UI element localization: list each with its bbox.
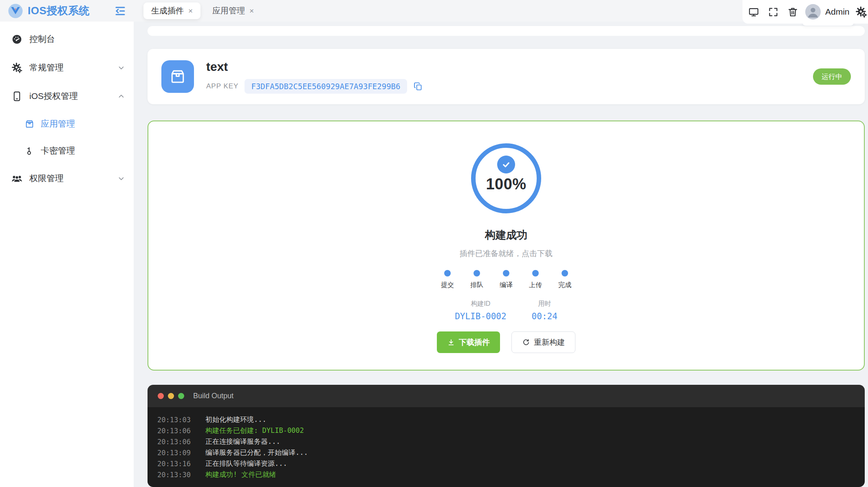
log-line: 20:13:06 构建任务已创建: DYLIB-0002 — [157, 425, 855, 436]
close-icon[interactable]: × — [188, 7, 193, 15]
progress-ring: 100% — [471, 143, 541, 213]
close-icon[interactable]: × — [249, 7, 254, 15]
scrolled-card-edge — [148, 26, 865, 36]
app-info-card: text APP KEY F3DFA5DB2C5EE560929AE7A93FE… — [148, 49, 865, 104]
sidebar-item-label: iOS授权管理 — [29, 90, 78, 102]
sidebar-item-dashboard[interactable]: 控制台 — [0, 25, 134, 53]
refresh-icon — [522, 338, 530, 347]
log-line: 20:13:09 编译服务器已分配，开始编译... — [157, 447, 855, 458]
package-icon — [24, 119, 35, 129]
log-timestamp: 20:13:06 — [157, 427, 198, 435]
terminal-log: 20:13:03 初始化构建环境... 20:13:06 构建任务已创建: DY… — [148, 407, 865, 487]
terminal-title: Build Output — [193, 392, 234, 400]
duration-value: 00:24 — [532, 312, 557, 321]
step-dot — [474, 270, 480, 276]
sidebar-item-label: 权限管理 — [29, 173, 64, 184]
monitor-icon[interactable] — [748, 7, 759, 18]
log-message: 正在连接编译服务器... — [205, 437, 280, 446]
sidebar-item-general-management[interactable]: 常规管理 — [0, 53, 134, 82]
step-queue: 排队 — [462, 270, 491, 290]
app-key-row: APP KEY F3DFA5DB2C5EE560929AE7A93FE299B6 — [206, 79, 423, 94]
tab-generate-plugin[interactable]: 生成插件 × — [143, 2, 200, 19]
step-complete: 完成 — [550, 270, 579, 290]
trash-icon[interactable] — [787, 7, 798, 18]
build-status-subtitle: 插件已准备就绪，点击下载 — [460, 248, 553, 259]
users-icon — [11, 173, 22, 184]
status-badge: 运行中 — [813, 68, 851, 85]
download-plugin-button[interactable]: 下载插件 — [437, 331, 500, 353]
duration-label: 用时 — [532, 300, 557, 308]
sidebar-item-label: 控制台 — [29, 33, 55, 45]
sidebar-item-ios-auth-management[interactable]: iOS授权管理 — [0, 82, 134, 110]
tab-bar: 生成插件 × 应用管理 × — [143, 0, 262, 22]
step-submit: 提交 — [433, 270, 462, 290]
tab-label: 生成插件 — [151, 5, 184, 16]
log-timestamp: 20:13:16 — [157, 460, 198, 468]
user-name[interactable]: Admin — [825, 7, 850, 17]
log-message: 正在排队等待编译资源... — [205, 459, 287, 468]
app-key-label: APP KEY — [206, 82, 238, 90]
build-steps: 提交 排队 编译 上传 完成 — [433, 270, 579, 290]
rebuild-button[interactable]: 重新构建 — [511, 331, 575, 353]
log-timestamp: 20:13:09 — [157, 449, 198, 457]
chevron-down-icon — [118, 175, 125, 182]
step-dot — [444, 270, 451, 276]
copy-icon[interactable] — [413, 81, 423, 91]
app-name: text — [206, 60, 423, 74]
collapse-sidebar-icon[interactable] — [114, 5, 126, 17]
sidebar-item-app-management[interactable]: 应用管理 — [0, 110, 134, 137]
log-line: 20:13:30 构建成功! 文件已就绪 — [157, 469, 855, 480]
log-line: 20:13:06 正在连接编译服务器... — [157, 436, 855, 447]
app-info: text APP KEY F3DFA5DB2C5EE560929AE7A93FE… — [206, 60, 423, 94]
build-id-label: 构建ID — [455, 300, 506, 308]
tab-app-management[interactable]: 应用管理 × — [205, 2, 262, 19]
dashboard-icon — [11, 34, 22, 45]
build-id-group: 构建ID DYLIB-0002 — [455, 300, 506, 321]
traffic-light-red-icon — [158, 393, 164, 399]
sidebar-menu: 控制台 — [0, 22, 134, 193]
log-timestamp: 20:13:30 — [157, 471, 198, 479]
chevron-down-icon — [118, 64, 125, 71]
tab-label: 应用管理 — [212, 5, 245, 16]
header-actions: Admin — [742, 0, 868, 24]
log-timestamp: 20:13:03 — [157, 416, 198, 424]
app-package-icon — [161, 60, 194, 93]
build-info: 构建ID DYLIB-0002 用时 00:24 — [455, 300, 557, 321]
traffic-light-green-icon — [178, 393, 184, 399]
step-dot — [503, 270, 509, 276]
fullscreen-icon[interactable] — [768, 7, 779, 18]
build-actions: 下载插件 重新构建 — [437, 331, 575, 353]
download-icon — [447, 338, 455, 347]
sidebar: IOS授权系统 控制台 — [0, 0, 134, 487]
sidebar-item-permission-management[interactable]: 权限管理 — [0, 164, 134, 193]
progress-percent: 100% — [486, 175, 526, 193]
key-icon — [24, 146, 35, 156]
log-line: 20:13:03 初始化构建环境... — [157, 414, 855, 425]
check-icon — [497, 156, 515, 173]
sidebar-header: IOS授权系统 — [0, 0, 134, 22]
sidebar-item-label: 常规管理 — [29, 62, 64, 73]
traffic-light-yellow-icon — [168, 393, 174, 399]
avatar[interactable] — [805, 4, 821, 20]
log-line: 20:13:16 正在排队等待编译资源... — [157, 458, 855, 469]
step-upload: 上传 — [521, 270, 550, 290]
gears-icon — [11, 62, 22, 73]
app-window: IOS授权系统 控制台 — [0, 0, 868, 487]
app-logo-icon — [7, 3, 24, 19]
build-output-terminal: Build Output 20:13:03 初始化构建环境... 20:13:0… — [148, 385, 865, 487]
settings-gear-icon[interactable] — [855, 6, 867, 18]
log-message: 构建成功! 文件已就绪 — [205, 470, 276, 479]
tablet-icon — [11, 91, 22, 102]
sidebar-item-card-key-management[interactable]: 卡密管理 — [0, 137, 134, 164]
step-compile: 编译 — [491, 270, 521, 290]
log-message: 编译服务器已分配，开始编译... — [205, 448, 308, 457]
chevron-up-icon — [118, 93, 125, 100]
app-title: IOS授权系统 — [28, 4, 114, 18]
sidebar-item-label: 应用管理 — [41, 118, 75, 129]
step-dot — [532, 270, 539, 276]
duration-group: 用时 00:24 — [532, 300, 557, 321]
sidebar-item-label: 卡密管理 — [41, 145, 75, 156]
app-key-value: F3DFA5DB2C5EE560929AE7A93FE299B6 — [245, 79, 407, 94]
build-id-value: DYLIB-0002 — [455, 312, 506, 321]
log-message: 构建任务已创建: DYLIB-0002 — [205, 426, 304, 435]
